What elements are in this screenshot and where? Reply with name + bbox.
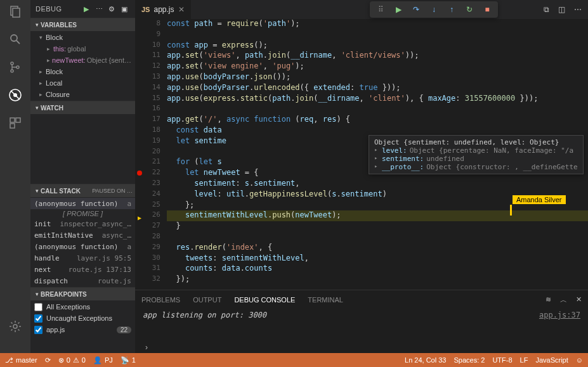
variable-scope[interactable]: ▸Local bbox=[30, 77, 135, 89]
svg-point-9 bbox=[13, 93, 17, 97]
git-branch[interactable]: ⎇master bbox=[5, 356, 37, 364]
search-icon[interactable] bbox=[8, 32, 23, 47]
svg-rect-12 bbox=[10, 124, 15, 128]
branch-icon: ⎇ bbox=[5, 356, 13, 364]
callstack-frame[interactable]: (anonymous function)a bbox=[30, 241, 135, 252]
extensions-icon[interactable] bbox=[8, 115, 23, 131]
files-icon[interactable] bbox=[8, 4, 23, 19]
compare-icon[interactable]: ⧉ bbox=[544, 5, 549, 14]
step-out-icon[interactable]: ↑ bbox=[446, 4, 457, 15]
svg-point-2 bbox=[11, 35, 17, 41]
variable-row[interactable]: ▸this: global bbox=[30, 43, 135, 55]
sidebar-title: DEBUG bbox=[36, 5, 79, 13]
repl-chevron-icon[interactable]: › bbox=[145, 343, 148, 352]
breakpoints-header[interactable]: ▾BREAKPOINTS bbox=[30, 288, 135, 300]
debug-icon[interactable] bbox=[8, 87, 23, 103]
svg-rect-1 bbox=[13, 8, 20, 17]
debug-hover-tooltip: Object {sentiment: undefined, level: Obj… bbox=[369, 135, 584, 174]
cursor-position[interactable]: Ln 24, Col 33 bbox=[405, 356, 446, 364]
variable-row[interactable]: ▸newTweet: Object {sent… bbox=[30, 55, 135, 66]
editor-area: JS app.js ✕ ⧉ ◫ ⋯ ⠿ ▶ ↷ ↓ ↑ ↻ ■ ▶ 891011… bbox=[135, 0, 588, 353]
sidebar-header: DEBUG ▶ ⋯ ⚙ ▣ bbox=[30, 0, 135, 18]
callstack-frame[interactable]: dispatchroute.js bbox=[30, 275, 135, 287]
liveshare-count[interactable]: 📡1 bbox=[121, 356, 136, 364]
eol[interactable]: LF bbox=[520, 356, 528, 364]
panel-tab[interactable]: PROBLEMS bbox=[141, 296, 180, 304]
cursor-highlight bbox=[510, 205, 512, 216]
restart-icon[interactable]: ↻ bbox=[464, 4, 475, 15]
breakpoint-checkbox[interactable] bbox=[34, 326, 42, 334]
bottom-panel: PROBLEMSOUTPUTDEBUG CONSOLETERMINAL ≋ ︿ … bbox=[135, 290, 588, 353]
breakpoint-row[interactable]: Uncaught Exceptions bbox=[30, 312, 135, 324]
step-over-icon[interactable]: ↷ bbox=[410, 4, 422, 15]
console-location[interactable]: app.js:37 bbox=[539, 311, 580, 340]
svg-point-6 bbox=[16, 66, 19, 68]
more-icon[interactable]: ⋯ bbox=[574, 5, 582, 14]
variable-scope[interactable]: ▸Block bbox=[30, 66, 135, 77]
callstack-frame[interactable]: (anonymous function)a bbox=[30, 198, 135, 209]
split-icon[interactable]: ◫ bbox=[558, 5, 565, 14]
start-debug-icon[interactable]: ▶ bbox=[81, 3, 92, 15]
collapse-icon[interactable]: ︿ bbox=[560, 295, 567, 305]
panel-tab[interactable]: OUTPUT bbox=[193, 296, 221, 304]
feedback-icon[interactable]: ☺ bbox=[576, 356, 583, 364]
callstack-frame[interactable]: handlelayer.js 95:5 bbox=[30, 252, 135, 264]
broadcast-icon: 📡 bbox=[121, 356, 129, 364]
debug-config-dropdown[interactable]: ⋯ bbox=[93, 3, 105, 15]
tab-app-js[interactable]: JS app.js ✕ bbox=[135, 0, 191, 19]
close-icon[interactable]: ✕ bbox=[178, 5, 185, 14]
close-panel-icon[interactable]: ✕ bbox=[576, 295, 582, 305]
panel-tabs: PROBLEMSOUTPUTDEBUG CONSOLETERMINAL ≋ ︿ … bbox=[135, 290, 588, 309]
person-icon: 👤 bbox=[93, 356, 102, 364]
console-icon[interactable]: ▣ bbox=[119, 3, 130, 15]
language-mode[interactable]: JavaScript bbox=[535, 356, 568, 364]
panel-body: app listening on port: 3000 app.js:37 bbox=[135, 309, 588, 342]
breakpoint-row[interactable]: All Exceptions bbox=[30, 301, 135, 312]
callstack-header[interactable]: ▾CALL STACKPAUSED ON … bbox=[30, 184, 135, 197]
debug-toolbar[interactable]: ⠿ ▶ ↷ ↓ ↑ ↻ ■ bbox=[370, 1, 498, 18]
status-bar: ⎇master ⟳ ⊗0⚠0 👤PJ 📡1 Ln 24, Col 33 Spac… bbox=[0, 353, 588, 367]
callstack-frame[interactable]: nextroute.js 137:13 bbox=[30, 264, 135, 275]
debug-sidebar: DEBUG ▶ ⋯ ⚙ ▣ ▾VARIABLES ▾Block▸this: gl… bbox=[30, 0, 135, 353]
code-editor[interactable]: ▶ 89101112131415161718192021222324252627… bbox=[135, 19, 588, 290]
drag-handle-icon[interactable]: ⠿ bbox=[375, 4, 386, 15]
step-into-icon[interactable]: ↓ bbox=[428, 4, 440, 15]
settings-icon[interactable] bbox=[8, 319, 23, 334]
stop-icon[interactable]: ■ bbox=[481, 4, 493, 15]
svg-point-13 bbox=[13, 325, 17, 328]
svg-rect-11 bbox=[16, 118, 20, 122]
indentation[interactable]: Spaces: 2 bbox=[454, 356, 485, 364]
svg-rect-10 bbox=[10, 118, 15, 122]
variables-header[interactable]: ▾VARIABLES bbox=[30, 18, 135, 31]
breakpoint-checkbox[interactable] bbox=[34, 314, 42, 323]
variable-scope[interactable]: ▸Closure bbox=[30, 89, 135, 100]
svg-point-5 bbox=[11, 70, 13, 72]
watch-header[interactable]: ▾WATCH bbox=[30, 101, 135, 114]
sync-icon[interactable]: ⟳ bbox=[45, 356, 51, 364]
encoding[interactable]: UTF-8 bbox=[492, 356, 512, 364]
panel-tab[interactable]: TERMINAL bbox=[308, 296, 343, 304]
clear-console-icon[interactable]: ≋ bbox=[546, 295, 551, 305]
breakpoint-checkbox[interactable] bbox=[34, 303, 42, 311]
svg-line-3 bbox=[16, 41, 20, 44]
liveshare-user[interactable]: 👤PJ bbox=[93, 356, 113, 364]
panel-tab[interactable]: DEBUG CONSOLE bbox=[234, 296, 295, 304]
activity-bar bbox=[0, 0, 30, 353]
continue-icon[interactable]: ▶ bbox=[393, 4, 404, 15]
js-file-icon: JS bbox=[141, 6, 150, 13]
breakpoint-row[interactable]: app.js22 bbox=[30, 324, 135, 335]
variable-scope[interactable]: ▾Block bbox=[30, 32, 135, 43]
callstack-frame[interactable]: initinspector_async_… bbox=[30, 218, 135, 229]
console-output: app listening on port: 3000 bbox=[143, 311, 266, 340]
tab-label: app.js bbox=[154, 5, 174, 14]
callstack-frame[interactable]: emitInitNativeasync_… bbox=[30, 229, 135, 241]
editor-tabs: JS app.js ✕ ⧉ ◫ ⋯ bbox=[135, 0, 588, 19]
gear-icon[interactable]: ⚙ bbox=[106, 3, 117, 15]
svg-point-4 bbox=[11, 62, 13, 65]
liveshare-nametag: Amanda Silver bbox=[513, 195, 566, 204]
problems-status[interactable]: ⊗0⚠0 bbox=[58, 356, 86, 364]
scm-icon[interactable] bbox=[8, 60, 23, 75]
